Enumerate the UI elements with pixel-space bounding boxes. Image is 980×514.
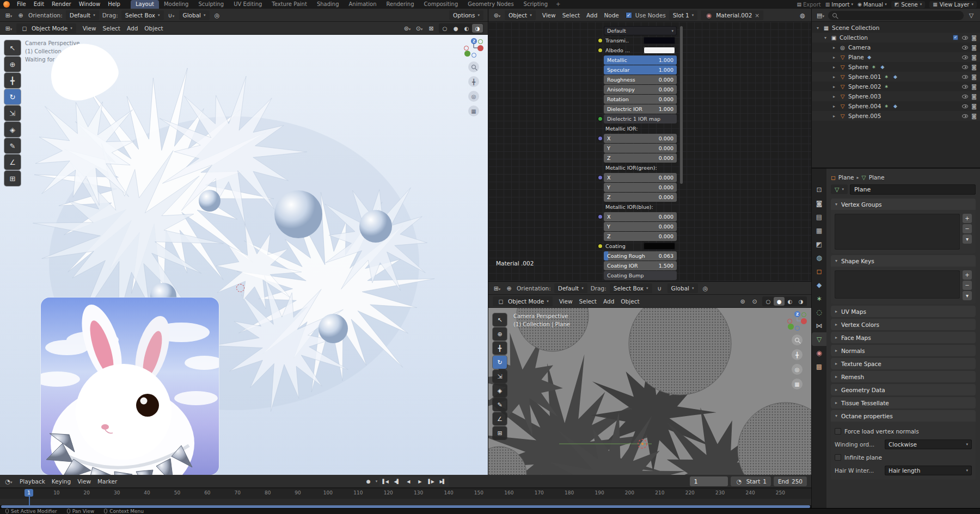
tool-add-cube[interactable]: ⊞ [493,426,507,439]
shader-editor-canvas[interactable]: Default▾Transmi..Albedo ...Metallic1.000… [488,22,811,281]
disable-render-icon[interactable]: ◙ [971,54,977,60]
workspace-tab-sculpting[interactable]: Sculpting [193,0,229,9]
disable-render-icon[interactable]: ◙ [971,64,977,70]
auto-key-record-button[interactable]: ● [363,477,374,486]
disable-render-icon[interactable]: ◙ [971,84,977,90]
props-tab-particles[interactable]: ∗ [812,292,826,305]
panel-header-geometry-data[interactable]: ▸Geometry Data [831,384,976,395]
play-reverse-button[interactable]: ◀ [402,477,414,486]
transform-orientation-dropdown[interactable]: Global▾ [179,10,210,20]
manual-button[interactable]: ◉Manual▾ [857,2,887,8]
start-frame-field[interactable]: ◔Start1 [731,476,771,486]
tool-scale[interactable]: ⇲ [4,106,21,121]
expand-icon[interactable]: ▸ [831,75,837,79]
collection-checkbox[interactable]: ✓ [953,35,958,40]
hide-eye-icon[interactable] [962,55,968,59]
outliner-row-camera[interactable]: ▸◎Camera◙ [812,42,980,52]
node-row-transmi[interactable]: Transmi.. [604,36,677,45]
menu-file[interactable]: File [13,0,30,9]
color-swatch[interactable] [644,37,675,44]
node-row-y[interactable]: Y0.000 [604,183,677,192]
node-row-y[interactable]: Y0.000 [604,222,677,231]
zoom-icon[interactable] [792,335,803,345]
panel-header-face-maps[interactable]: ▸Face Maps [831,332,976,343]
editor-type-3d-viewport-icon[interactable]: ⊞▾ [4,12,13,19]
node-menu-select[interactable]: Select [559,12,583,18]
gizmo-axis-z-neg[interactable] [471,53,476,58]
node-row-metallic[interactable]: Metallic1.000 [604,55,677,65]
scene-selector[interactable]: ◩Scene▾ [891,1,926,8]
node-row-dielectric-ior[interactable]: Dielectric IOR1.000 [604,104,677,114]
remove-vertex-groups-button[interactable]: − [963,224,972,233]
next-keyframe-button[interactable]: ▌▶ [425,477,437,486]
panel-header-vertex-colors[interactable]: ▸Vertex Colors [831,319,976,330]
props-tab-constraints[interactable]: ⋈ [812,319,826,332]
panel-header-remesh[interactable]: ▸Remesh [831,371,976,382]
timeline-ruler[interactable]: 1 10203040506070809010011012013014015016… [0,488,811,499]
node-row-anisotropy[interactable]: Anisotropy0.000 [604,85,677,94]
expand-icon[interactable]: ▸ [831,65,837,70]
transform-orientation-dropdown[interactable]: Global▾ [667,283,698,293]
add-workspace-button[interactable]: + [553,0,564,9]
overlays-toggle-icon[interactable]: ⊙ [750,298,759,305]
props-tab-tool[interactable]: ⊡ [812,183,826,196]
tool-measure[interactable]: ∠ [493,412,507,425]
node-row-roughness[interactable]: Roughness0.000 [604,75,677,84]
timeline-menu-keying[interactable]: Keying [48,478,74,485]
gizmo-axis-y[interactable] [788,324,794,330]
shading-rendered-icon[interactable]: ◑ [472,24,483,33]
expand-icon[interactable]: ▸ [831,94,837,99]
vp2-menu-select[interactable]: Select [576,298,600,305]
props-tab-render[interactable]: ◙ [812,196,826,210]
node-panel-scrollbar[interactable] [680,26,683,184]
gizmo-axis-z[interactable]: Z [794,311,800,317]
shading-solid-icon[interactable]: ● [774,297,785,306]
proportional-edit-icon[interactable]: ◎ [213,12,222,19]
drag-dropdown[interactable]: Select Box▾ [610,283,652,293]
material-name-field[interactable]: ◉ Material.002 × [701,10,763,20]
outliner-row-sphere-003[interactable]: ▸▽Sphere.003◙ [812,91,980,101]
expand-icon[interactable]: ▸ [831,84,837,89]
tool-select-box[interactable]: ↖ [4,40,21,55]
node-row-coating-rough[interactable]: Coating Rough0.063 [604,251,677,261]
navigation-gizmo[interactable]: Z [464,38,483,58]
tool-rotate[interactable]: ↻ [493,356,507,369]
menu-render[interactable]: Render [48,0,75,9]
panel-header-uv-maps[interactable]: ▸UV Maps [831,306,976,317]
add-vertex-groups-button[interactable]: + [963,214,972,223]
workspace-tab-scripting[interactable]: Scripting [519,0,553,9]
viewport-3d-main[interactable]: Camera Perspective (1) Collection Waitin… [0,35,488,475]
vp1-menu-object[interactable]: Object [141,25,166,32]
tool-annotate[interactable]: ✎ [493,398,507,411]
mode-dropdown[interactable]: ◻Object Mode▾ [16,23,76,33]
filter-funnel-icon[interactable]: ▽ [967,12,976,19]
blender-logo-icon[interactable] [3,1,10,8]
mesh-name-field[interactable]: Plane [850,184,976,195]
props-tab-view-layer[interactable]: ▦ [812,224,826,237]
node-row-z[interactable]: Z0.000 [604,232,677,241]
editor-type-timeline-icon[interactable]: ◔▾ [4,478,13,485]
gizmo-axis-y-neg[interactable] [478,39,483,44]
navigation-gizmo[interactable]: Z [787,311,807,331]
camera-view-icon[interactable]: ◎ [468,91,479,102]
panel-header-vertex-groups[interactable]: ▾Vertex Groups [831,199,976,210]
playhead-frame-badge[interactable]: 1 [24,489,33,497]
outliner-display-mode-icon[interactable]: ▤▾ [816,12,825,19]
shading-material-icon[interactable]: ◐ [785,297,795,306]
props-tab-object-data[interactable]: ▽ [812,332,826,346]
disable-render-icon[interactable]: ◙ [971,103,977,109]
vp1-menu-select[interactable]: Select [100,25,124,32]
use-nodes-checkbox[interactable]: ✓ [626,12,632,18]
props-tab-physics[interactable]: ◌ [812,305,826,319]
node-menu-view[interactable]: View [539,12,559,18]
tool-transform[interactable]: ◈ [493,384,507,397]
shading-wireframe-icon[interactable]: ○ [763,297,774,306]
shading-rendered-icon[interactable]: ◑ [795,297,806,306]
add-shape-keys-button[interactable]: + [963,270,972,280]
disable-render-icon[interactable]: ◙ [971,74,977,80]
xray-toggle-icon[interactable]: ⊠ [427,25,436,32]
node-row-specular[interactable]: Specular1.000 [604,65,677,75]
tool-move[interactable]: ╋ [4,73,21,88]
props-tab-material[interactable]: ◉ [812,346,826,360]
slot-dropdown[interactable]: Slot 1▾ [669,10,698,20]
